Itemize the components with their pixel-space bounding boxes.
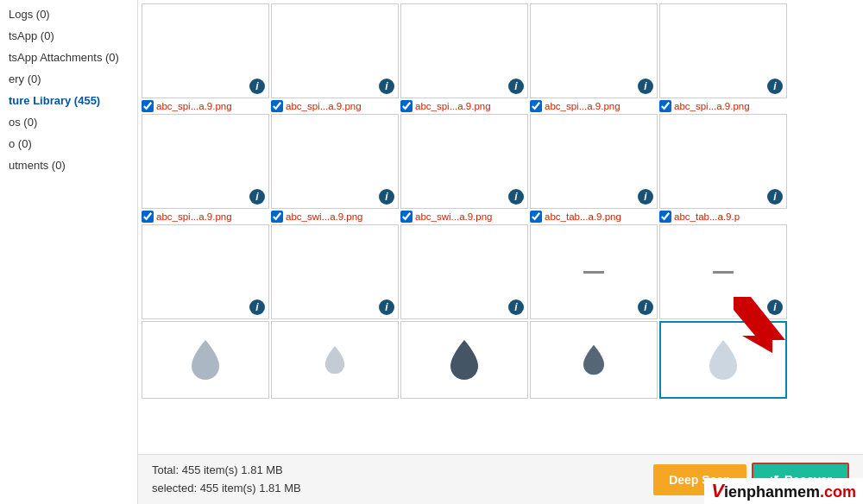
filename: abc_spi...a.9.png [674, 101, 750, 111]
thumbnail [142, 321, 269, 399]
file-label: abc_spi...a.9.png [400, 100, 491, 112]
filename: abc_swi...a.9.png [286, 211, 363, 222]
info-badge[interactable]: i [508, 79, 524, 94]
teardrop-icon [188, 338, 223, 381]
file-checkbox[interactable] [271, 211, 283, 223]
info-badge[interactable]: i [767, 79, 783, 94]
grid-row-3 [142, 321, 860, 399]
info-badge[interactable]: i [767, 299, 783, 315]
file-label: abc_spi...a.9.png [659, 100, 750, 112]
grid-cell [142, 321, 269, 399]
thumb-content [401, 322, 527, 398]
selected-count: selected: 455 item(s) 1.81 MB [152, 480, 301, 498]
sidebar-item-picture-library[interactable]: ture Library (455) [0, 90, 137, 111]
thumbnail [659, 321, 787, 399]
thumbnail: i [659, 114, 787, 209]
sidebar-item-tsapp[interactable]: tsApp (0) [0, 25, 137, 47]
status-text: Total: 455 item(s) 1.81 MB selected: 455… [152, 462, 301, 498]
thumb-content [272, 322, 398, 398]
dash-shape [713, 271, 734, 274]
thumbnail: i [271, 3, 399, 98]
filename: abc_spi...a.9.png [415, 101, 491, 111]
grid-row-1: abc_spi...a.9.png i abc_spi...a.9.png [142, 100, 860, 209]
filename: abc_tab...a.9.p [674, 211, 740, 222]
info-badge[interactable]: i [249, 299, 265, 315]
grid-cell: abc_spi...a.9.png i [659, 100, 787, 209]
sidebar-item-ery[interactable]: ery (0) [0, 68, 137, 90]
file-label: abc_spi...a.9.png [142, 100, 232, 112]
dash-shape [583, 271, 604, 274]
file-checkbox[interactable] [659, 100, 671, 112]
main-content: i i i [138, 0, 863, 504]
file-grid: i i i [138, 0, 863, 454]
sidebar-item-utments[interactable]: utments (0) [0, 154, 137, 176]
thumbnail [271, 321, 399, 399]
grid-cell: abc_tab...a.9.png i [530, 211, 658, 319]
file-checkbox[interactable] [530, 100, 542, 112]
info-badge[interactable]: i [249, 189, 265, 205]
file-checkbox[interactable] [271, 100, 283, 112]
filename: abc_swi...a.9.png [415, 211, 493, 222]
info-badge[interactable]: i [638, 189, 653, 205]
file-checkbox[interactable] [400, 211, 413, 223]
sidebar-item-logs[interactable]: Logs (0) [0, 3, 137, 25]
grid-cell: abc_spi...a.9.png i [142, 100, 269, 209]
thumbnail: i [530, 114, 658, 209]
sidebar-item-tsapp-attachments[interactable]: tsApp Attachments (0) [0, 47, 137, 68]
grid-cell [271, 321, 399, 399]
thumbnail [530, 321, 658, 399]
thumbnail: i [271, 224, 399, 319]
info-badge[interactable]: i [767, 189, 783, 205]
grid-cell [659, 321, 787, 399]
total-count: Total: 455 item(s) 1.81 MB [152, 462, 301, 480]
grid-cell: i [400, 3, 528, 98]
info-badge[interactable]: i [379, 299, 394, 315]
teardrop-icon [706, 338, 740, 381]
grid-cell: abc_spi...a.9.png i [530, 100, 658, 209]
thumb-content [531, 322, 657, 398]
sidebar-item-os[interactable]: os (0) [0, 111, 137, 133]
file-label: abc_spi...a.9.png [271, 100, 362, 112]
info-badge[interactable]: i [508, 189, 524, 205]
file-label: abc_spi...a.9.png [142, 211, 232, 223]
info-badge[interactable]: i [638, 79, 653, 94]
app-container: Logs (0) tsApp (0) tsApp Attachments (0)… [0, 0, 863, 504]
file-label: abc_tab...a.9.p [659, 211, 740, 223]
watermark-text: Vienphanmem.com [711, 482, 856, 501]
teardrop-icon [323, 343, 347, 376]
info-badge[interactable]: i [249, 79, 265, 94]
file-label: abc_spi...a.9.png [530, 100, 620, 112]
grid-cell: abc_spi...a.9.png i [271, 100, 399, 209]
grid-cell: abc_spi...a.9.png i [142, 211, 269, 319]
grid-cell: abc_tab...a.9.p i [659, 211, 787, 319]
file-checkbox[interactable] [530, 211, 542, 223]
grid-cell: i [530, 3, 658, 98]
sidebar: Logs (0) tsApp (0) tsApp Attachments (0)… [0, 0, 138, 504]
thumbnail: i [400, 224, 528, 319]
watermark-brand: ienphanmem [724, 483, 820, 501]
grid-cell [530, 321, 658, 399]
grid-cell: abc_spi...a.9.png i [400, 100, 528, 209]
thumbnail: i [400, 114, 528, 209]
file-checkbox[interactable] [400, 100, 413, 112]
file-checkbox[interactable] [659, 211, 671, 223]
info-badge[interactable]: i [638, 299, 653, 315]
grid-cell: i [142, 3, 269, 98]
thumbnail: i [142, 3, 269, 98]
teardrop-icon [447, 338, 482, 381]
grid-cell: abc_swi...a.9.png i [400, 211, 528, 319]
file-checkbox[interactable] [142, 211, 154, 223]
info-badge[interactable]: i [379, 189, 394, 205]
filename: abc_spi...a.9.png [156, 211, 232, 222]
info-badge[interactable]: i [379, 79, 394, 94]
filename: abc_spi...a.9.png [286, 101, 362, 111]
thumbnail [400, 321, 528, 399]
sidebar-item-o[interactable]: o (0) [0, 133, 137, 154]
grid-cell: abc_swi...a.9.png i [271, 211, 399, 319]
file-label: abc_tab...a.9.png [530, 211, 621, 223]
file-checkbox[interactable] [142, 100, 154, 112]
grid-row-2: abc_spi...a.9.png i abc_swi...a.9.png [142, 211, 860, 319]
info-badge[interactable]: i [508, 299, 524, 315]
filename: abc_tab...a.9.png [545, 211, 621, 222]
grid-row-0: i i i [142, 3, 860, 98]
